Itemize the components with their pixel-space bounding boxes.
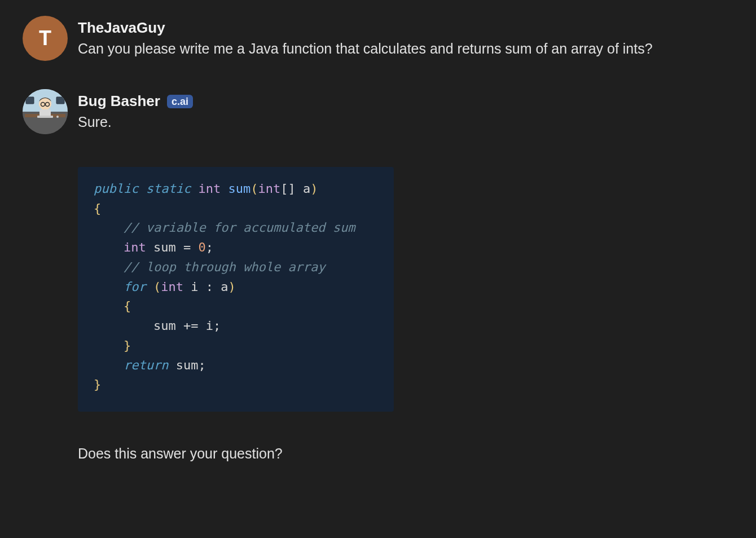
code-token: int [198, 182, 221, 196]
code-token: = [183, 240, 191, 254]
svg-rect-2 [26, 97, 34, 104]
message-header: Bug Basher c.ai [78, 89, 733, 110]
code-token: public [94, 182, 138, 196]
message-body: TheJavaGuy Can you please write me a Jav… [78, 16, 733, 60]
message-followup: Does this answer your question? [78, 446, 733, 462]
code-token: i [191, 280, 198, 294]
code-token: ) [310, 182, 318, 196]
code-token: { [94, 201, 101, 215]
code-token: } [124, 338, 131, 352]
avatar-letter: T [39, 27, 51, 50]
code-token: 0 [198, 240, 205, 254]
code-token: sum [153, 319, 176, 333]
username[interactable]: TheJavaGuy [78, 19, 165, 37]
code-comment: // loop through whole array [124, 260, 326, 274]
code-token: sum [228, 182, 250, 196]
code-token: int [258, 182, 280, 196]
chat-container: T TheJavaGuy Can you please write me a J… [0, 0, 756, 484]
username[interactable]: Bug Basher [78, 92, 160, 110]
chat-message-bot: Bug Basher c.ai Sure. public static int … [23, 89, 733, 462]
code-token: : [206, 280, 213, 294]
code-token: i [206, 319, 213, 333]
code-token: for [124, 280, 146, 294]
code-token: [] [280, 182, 296, 196]
chat-message-user: T TheJavaGuy Can you please write me a J… [23, 16, 733, 61]
code-token: int [161, 280, 183, 294]
avatar-user[interactable]: T [23, 16, 68, 61]
code-token: ( [153, 280, 161, 294]
code-token: a [303, 182, 310, 196]
code-token: ; [206, 240, 213, 254]
code-token: int [124, 240, 146, 254]
code-token: { [124, 299, 131, 313]
message-body: Bug Basher c.ai Sure. public static int … [78, 89, 733, 462]
message-text-intro: Sure. [78, 111, 693, 133]
avatar-bot-icon [23, 89, 68, 134]
avatar-bot[interactable] [23, 89, 68, 134]
code-token: += [183, 319, 199, 333]
message-text: Can you please write me a Java function … [78, 38, 693, 60]
svg-rect-10 [37, 116, 53, 118]
message-header: TheJavaGuy [78, 16, 733, 37]
code-comment: // variable for accumulated sum [124, 221, 355, 235]
code-token: } [94, 377, 101, 391]
code-token: ) [228, 280, 235, 294]
code-block[interactable]: public static int sum(int[] a) { // vari… [78, 167, 394, 412]
code-token: a [221, 280, 228, 294]
code-token: ( [250, 182, 258, 196]
code-token: ; [213, 319, 221, 333]
code-token: sum [176, 358, 199, 372]
code-token: ; [198, 358, 205, 372]
svg-rect-3 [56, 97, 64, 104]
code-token: static [146, 182, 191, 196]
code-token: return [124, 358, 168, 372]
code-token: sum [153, 240, 176, 254]
svg-point-11 [56, 116, 59, 118]
bot-badge: c.ai [167, 95, 193, 108]
